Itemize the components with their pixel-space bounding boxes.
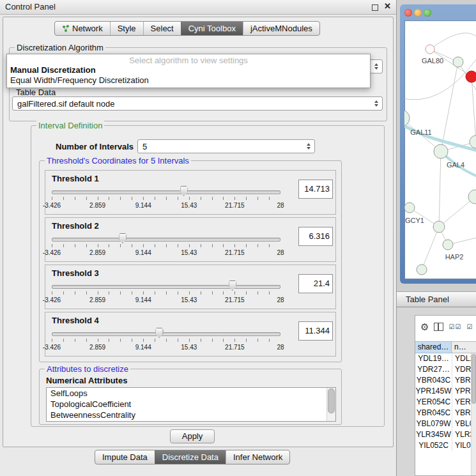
threshold-4-value[interactable]: 11.344 (298, 321, 333, 341)
slider-track[interactable] (52, 238, 280, 242)
threshold-3-slider[interactable]: -3.4262.8599.14415.4321.71528 (52, 280, 280, 306)
threshold-3-label: Threshold 3 (52, 268, 99, 278)
tab-impute-data[interactable]: Impute Data (95, 450, 155, 464)
bottom-tabs: Impute Data Discretize Data Infer Networ… (95, 450, 290, 464)
slider-ticks (52, 339, 280, 342)
slider-ticks (52, 197, 280, 200)
network-icon (62, 25, 70, 33)
slider-thumb[interactable] (228, 280, 236, 291)
node-label: GAL4 (447, 161, 464, 169)
table-header-row: shared… n… (415, 341, 476, 353)
node-label: GCY1 (405, 217, 424, 224)
table-row[interactable]: YDL19…YDL1 (415, 353, 476, 364)
list-item[interactable]: SelfLoops (47, 388, 335, 399)
node-label: HAP2 (445, 253, 464, 261)
node-label: GAL80 (422, 57, 443, 65)
network-node[interactable] (434, 144, 448, 158)
threshold-4-label: Threshold 4 (52, 316, 99, 325)
tab-network[interactable]: Network (55, 22, 110, 35)
interval-definition-title: Interval Definition (36, 121, 104, 130)
slider-thumb[interactable] (155, 328, 164, 338)
close-traffic-light[interactable] (404, 9, 412, 17)
tab-jactivemnodules[interactable]: jActiveMNodules (243, 22, 319, 35)
tab-cyni-toolbox[interactable]: Cyni Toolbox (181, 22, 243, 35)
slider-thumb[interactable] (118, 233, 127, 243)
slider-track[interactable] (52, 190, 280, 194)
network-node[interactable] (433, 221, 445, 233)
node-table: ⚙ ☑☑ ☑ shared… n… YDL19…YDL1 YDR27…YDR2 … (415, 315, 476, 476)
slider-thumb[interactable] (180, 186, 188, 196)
table-row[interactable]: YBL079WYBL0 (415, 418, 476, 429)
slider-scale: -3.4262.8599.14415.4321.71528 (52, 344, 280, 351)
table-rows: YDL19…YDL1 YDR27…YDR2 YBR043CYBR0 YPR145… (415, 353, 476, 475)
zoom-traffic-light[interactable] (424, 9, 431, 17)
threshold-1-value[interactable]: 14.713 (298, 180, 333, 199)
table-row[interactable]: YLR345WYLR3 (415, 429, 476, 440)
threshold-4-slider[interactable]: -3.4262.8599.14415.4321.71528 (52, 328, 280, 353)
threshold-4-panel: Threshold 4 -3.4262.8599.14415.4321.7152… (45, 312, 336, 357)
network-node[interactable] (404, 203, 415, 213)
control-panel-titlebar: Control Panel ✕ (0, 0, 396, 15)
option-manual-discretization[interactable]: Manual Discretization (7, 65, 370, 75)
threshold-2-label: Threshold 2 (52, 221, 99, 231)
table-data-combo[interactable]: galFiltered.sif default node (12, 96, 383, 111)
threshold-3-value[interactable]: 21.4 (298, 274, 333, 293)
apply-button[interactable]: Apply (170, 429, 215, 443)
minimize-traffic-light[interactable] (414, 9, 422, 17)
tab-select[interactable]: Select (143, 22, 181, 35)
slider-track[interactable] (52, 285, 280, 289)
tab-discretize-data[interactable]: Discretize Data (155, 450, 226, 464)
right-panel-area: GAL80 GAL11 GAL4 GCY1 HAP2 Table Panel ⚙… (396, 0, 476, 476)
float-window-icon[interactable] (372, 4, 378, 11)
selected-network-node[interactable] (466, 71, 476, 82)
checkbox-icon[interactable]: ☑ (466, 323, 473, 330)
combo-stepper-icon (371, 63, 381, 70)
slider-scale: -3.4262.8599.14415.4321.71528 (52, 249, 280, 257)
network-node[interactable] (426, 45, 434, 54)
list-item[interactable]: TopologicalCoefficient (47, 399, 335, 410)
table-row[interactable]: YDR27…YDR2 (415, 364, 476, 375)
algorithm-dropdown-popup: Select algorithm to view settings Manual… (6, 54, 371, 88)
select-columns-icon[interactable]: ☑☑ (449, 323, 461, 330)
gear-icon[interactable]: ⚙ (420, 322, 429, 332)
network-node[interactable] (417, 265, 427, 275)
attributes-group-title: Attributes to discretize (45, 364, 130, 374)
threshold-2-panel: Threshold 2 -3.4262.8599.14415.4321.7152… (45, 217, 336, 262)
table-row[interactable]: YBR045CYBR0 (415, 408, 476, 418)
network-window-titlebar (400, 4, 476, 20)
network-canvas[interactable]: GAL80 GAL11 GAL4 GCY1 HAP2 (404, 20, 476, 279)
tab-style[interactable]: Style (110, 22, 143, 35)
column-header-name[interactable]: n… (452, 341, 476, 353)
table-row[interactable]: YBR043CYBR0 (415, 375, 476, 386)
table-row[interactable]: YPR145WYPR1 (415, 386, 476, 397)
threshold-1-panel: Threshold 1 -3.4262.8599.14415.4321.7152… (45, 170, 336, 215)
node-label: GAL11 (410, 128, 431, 136)
list-scrollbar[interactable] (326, 388, 335, 421)
list-item[interactable]: BetweennessCentrality (47, 410, 335, 420)
window-title: Control Panel (5, 0, 56, 14)
network-node[interactable] (453, 57, 463, 67)
table-row[interactable]: YER054CYER0 (415, 397, 476, 408)
option-equal-width-frequency[interactable]: Equal Width/Frequency Discretization (7, 75, 370, 86)
network-node[interactable] (443, 240, 453, 250)
tab-infer-network[interactable]: Infer Network (226, 450, 289, 464)
slider-track[interactable] (52, 332, 280, 336)
threshold-1-label: Threshold 1 (52, 174, 99, 183)
network-view-window: GAL80 GAL11 GAL4 GCY1 HAP2 (400, 4, 476, 284)
table-row[interactable]: YIL052CYIL0 (415, 440, 476, 451)
network-node[interactable] (404, 110, 410, 127)
tab-network-label: Network (72, 22, 103, 35)
interval-definition-group: Interval Definition Number of Intervals … (31, 125, 385, 427)
network-node[interactable] (470, 135, 476, 148)
number-of-intervals-combo[interactable]: 5 (137, 139, 315, 153)
table-scrollbar[interactable] (471, 353, 476, 475)
threshold-2-slider[interactable]: -3.4262.8599.14415.4321.71528 (52, 233, 280, 259)
numerical-attributes-label: Numerical Attributes (46, 376, 127, 385)
close-icon[interactable]: ✕ (384, 1, 391, 11)
threshold-1-slider[interactable]: -3.4262.8599.14415.4321.71528 (52, 186, 280, 211)
column-header-shared-name[interactable]: shared… (415, 341, 452, 353)
columns-icon[interactable] (434, 323, 443, 331)
table-panel-title: Table Panel (406, 292, 449, 307)
threshold-2-value[interactable]: 6.316 (298, 227, 333, 246)
numerical-attributes-list: SelfLoops TopologicalCoefficient Between… (46, 387, 336, 422)
